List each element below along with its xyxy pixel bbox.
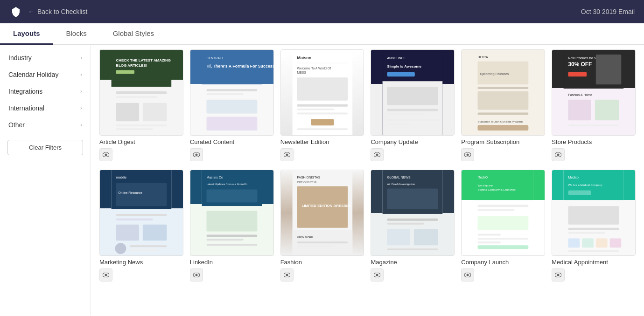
template-card-store-products: New Products for Sale! 30% OFF Fashion &… xyxy=(552,49,636,161)
svg-rect-56 xyxy=(478,125,529,131)
template-preview-btn-magazine[interactable] xyxy=(371,268,384,282)
sidebar-label-calendar-holiday: Calendar Holiday xyxy=(8,71,58,78)
template-preview-btn-newsletter-edition[interactable] xyxy=(280,148,294,161)
chevron-right-icon-3: › xyxy=(80,88,82,95)
sidebar-label-other: Other xyxy=(8,121,25,129)
clear-filters-button[interactable]: Clear Filters xyxy=(7,140,83,155)
svg-text:Welcome To A World Of: Welcome To A World Of xyxy=(297,67,331,70)
svg-text:Hi, There's A Formula For Succ: Hi, There's A Formula For Success xyxy=(206,64,273,69)
header-date: Oct 30 2019 Email xyxy=(581,8,635,15)
template-preview-btn-article-digest[interactable] xyxy=(99,148,112,161)
svg-rect-66 xyxy=(568,100,591,121)
chevron-right-icon: › xyxy=(80,55,82,61)
template-card-linkedin: Masters Co Latest Updates from our Linke… xyxy=(190,170,274,282)
svg-rect-147 xyxy=(582,238,594,247)
sidebar-item-other[interactable]: Other › xyxy=(0,117,91,133)
svg-point-85 xyxy=(105,274,107,276)
svg-text:Starting Company is Launched: Starting Company is Launched xyxy=(478,188,516,191)
template-preview-btn-fashion[interactable] xyxy=(280,268,294,282)
svg-rect-131 xyxy=(478,234,501,236)
svg-rect-18 xyxy=(206,93,243,95)
svg-text:VIEW MORE: VIEW MORE xyxy=(297,236,313,239)
svg-rect-83 xyxy=(130,249,157,251)
content-area[interactable]: CHECK THE LATEST AMAZING BLOG ARTICLES! … xyxy=(91,45,644,316)
sidebar-item-international[interactable]: International › xyxy=(0,100,91,117)
svg-rect-3 xyxy=(116,70,135,74)
svg-rect-53 xyxy=(478,91,529,110)
sidebar-item-industry[interactable]: Industry › xyxy=(0,49,91,66)
template-card-medical-appointment: Medico We Are a Medical Company xyxy=(552,170,636,282)
back-button-label: Back to Checklist xyxy=(37,8,87,15)
svg-point-108 xyxy=(286,274,288,276)
svg-rect-32 xyxy=(311,119,334,125)
template-thumbnail-marketing-news: maddie Online Resource xyxy=(99,170,183,256)
logo-icon xyxy=(9,5,22,18)
template-label-article-digest: Article Digest xyxy=(99,138,183,145)
chevron-right-icon-5: › xyxy=(80,122,82,128)
template-thumbnail-fashion: FASHIONISTAS OPTIONS 2019 LIMITED EDITIO… xyxy=(280,170,364,256)
svg-rect-133 xyxy=(478,241,501,243)
svg-point-70 xyxy=(557,154,560,156)
back-arrow-icon: ← xyxy=(28,8,35,15)
tab-blocks[interactable]: Blocks xyxy=(53,23,100,45)
svg-text:OPTIONS 2019: OPTIONS 2019 xyxy=(297,181,316,184)
template-label-company-launch: Company Launch xyxy=(461,259,545,266)
svg-rect-20 xyxy=(206,117,257,131)
template-thumbnail-article-digest: CHECK THE LATEST AMAZING BLOG ARTICLES! xyxy=(99,49,183,136)
svg-rect-145 xyxy=(568,232,605,234)
svg-rect-29 xyxy=(297,104,348,107)
template-card-article-digest: CHECK THE LATEST AMAZING BLOG ARTICLES! … xyxy=(99,49,183,161)
template-preview-btn-medical-appointment[interactable] xyxy=(552,268,565,282)
svg-rect-105 xyxy=(297,241,348,243)
template-label-company-update: Company Update xyxy=(371,138,455,145)
svg-text:Maison: Maison xyxy=(297,55,311,60)
svg-rect-79 xyxy=(116,225,139,241)
tabs-bar: Layouts Blocks Global Styles xyxy=(0,23,644,45)
svg-rect-129 xyxy=(478,209,515,211)
svg-rect-39 xyxy=(387,72,415,76)
svg-point-136 xyxy=(467,274,469,276)
svg-text:LIMITED EDITION DRESSES: LIMITED EDITION DRESSES xyxy=(301,204,351,208)
chevron-right-icon-4: › xyxy=(80,105,82,111)
svg-text:MESS: MESS xyxy=(297,71,306,74)
template-card-magazine: GLOBAL NEWS Air Crash Investigation Maga… xyxy=(371,170,455,282)
svg-text:maddie: maddie xyxy=(116,176,127,179)
back-to-checklist-button[interactable]: ← Back to Checklist xyxy=(28,8,87,15)
svg-rect-25 xyxy=(297,63,348,63)
svg-text:Air Crash Investigation: Air Crash Investigation xyxy=(387,183,415,185)
svg-rect-93 xyxy=(206,234,257,237)
svg-rect-28 xyxy=(297,77,348,100)
template-preview-btn-curated-content[interactable] xyxy=(190,148,203,161)
svg-rect-144 xyxy=(568,228,619,230)
templates-grid: CHECK THE LATEST AMAZING BLOG ARTICLES! … xyxy=(99,49,636,282)
template-preview-btn-company-update[interactable] xyxy=(371,148,384,161)
svg-text:ULTRA: ULTRA xyxy=(478,55,489,59)
svg-rect-82 xyxy=(130,245,167,247)
template-preview-btn-linkedin[interactable] xyxy=(190,268,203,282)
template-preview-btn-store-products[interactable] xyxy=(552,148,565,161)
header-left: ← Back to Checklist xyxy=(9,5,87,18)
svg-text:We Are a Medical Company: We Are a Medical Company xyxy=(568,184,602,186)
svg-point-35 xyxy=(286,154,288,156)
main-area: Industry › Calendar Holiday › Integratio… xyxy=(0,45,644,316)
tab-global-styles[interactable]: Global Styles xyxy=(100,23,167,45)
template-thumbnail-program-subscription: ULTRA Upcoming Releases Subscribe To Joi… xyxy=(461,49,545,136)
svg-text:Masters Co: Masters Co xyxy=(206,176,223,179)
template-preview-btn-marketing-news[interactable] xyxy=(99,268,112,282)
svg-rect-0 xyxy=(112,50,172,87)
template-card-fashion: FASHIONISTAS OPTIONS 2019 LIMITED EDITIO… xyxy=(280,170,364,282)
sidebar-label-industry: Industry xyxy=(8,54,32,62)
svg-rect-90 xyxy=(206,190,257,203)
template-preview-btn-program-subscription[interactable] xyxy=(461,148,474,161)
svg-rect-116 xyxy=(387,223,424,225)
tab-layouts[interactable]: Layouts xyxy=(0,23,53,45)
svg-text:30% OFF: 30% OFF xyxy=(568,61,592,68)
svg-text:iTechO: iTechO xyxy=(478,176,488,179)
svg-rect-134 xyxy=(478,245,529,249)
template-preview-btn-company-launch[interactable] xyxy=(461,268,474,282)
svg-rect-77 xyxy=(116,214,167,216)
sidebar: Industry › Calendar Holiday › Integratio… xyxy=(0,45,91,316)
sidebar-item-integrations[interactable]: Integrations › xyxy=(0,83,91,100)
svg-rect-78 xyxy=(116,219,153,220)
sidebar-item-calendar-holiday[interactable]: Calendar Holiday › xyxy=(0,66,91,83)
